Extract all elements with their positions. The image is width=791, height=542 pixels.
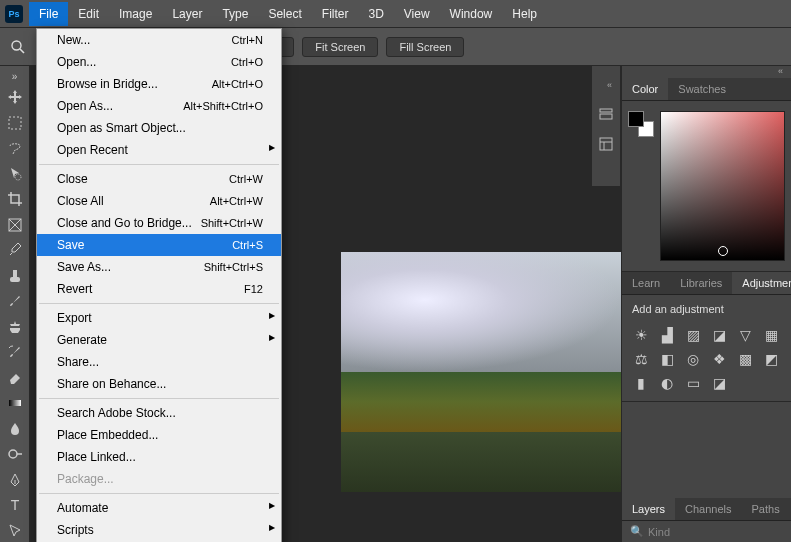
menu-item-automate[interactable]: Automate xyxy=(37,497,281,519)
menubar-item-edit[interactable]: Edit xyxy=(68,2,109,26)
menubar-item-window[interactable]: Window xyxy=(440,2,503,26)
layer-filter-label[interactable]: Kind xyxy=(648,526,670,538)
menubar-item-select[interactable]: Select xyxy=(258,2,311,26)
crop-tool-icon[interactable] xyxy=(3,188,27,211)
menubar-item-3d[interactable]: 3D xyxy=(358,2,393,26)
lookup-adjustment-icon[interactable]: ▩ xyxy=(736,351,754,367)
type-tool-icon[interactable]: T xyxy=(3,494,27,517)
lasso-tool-icon[interactable] xyxy=(3,137,27,160)
menubar-item-view[interactable]: View xyxy=(394,2,440,26)
menubar-item-filter[interactable]: Filter xyxy=(312,2,359,26)
menubar-item-help[interactable]: Help xyxy=(502,2,547,26)
tab-adjustments[interactable]: Adjustment xyxy=(732,272,791,294)
eyedropper-tool-icon[interactable] xyxy=(3,239,27,262)
brightness-adjustment-icon[interactable]: ☀ xyxy=(632,327,650,343)
menu-item-generate[interactable]: Generate xyxy=(37,329,281,351)
threshold-adjustment-icon[interactable]: ◐ xyxy=(658,375,676,391)
bw-adjustment-icon[interactable]: ◧ xyxy=(658,351,676,367)
menu-item-new[interactable]: New...Ctrl+N xyxy=(37,29,281,51)
gradient-map-adjustment-icon[interactable]: ▭ xyxy=(684,375,702,391)
quick-select-tool-icon[interactable] xyxy=(3,163,27,186)
photo-filter-adjustment-icon[interactable]: ◎ xyxy=(684,351,702,367)
toolbox-collapse-icon[interactable]: » xyxy=(3,70,27,83)
menu-item-share[interactable]: Share... xyxy=(37,351,281,373)
exposure-adjustment-icon[interactable]: ◪ xyxy=(710,327,728,343)
menu-item-browse-in-bridge[interactable]: Browse in Bridge...Alt+Ctrl+O xyxy=(37,73,281,95)
document-image[interactable] xyxy=(341,252,621,492)
collapsed-panel-strip: « xyxy=(591,66,621,186)
adjustments-panel: Learn Libraries Adjustment Add an adjust… xyxy=(622,272,791,402)
color-panel: Color Swatches xyxy=(622,78,791,272)
tab-color[interactable]: Color xyxy=(622,78,668,100)
pen-tool-icon[interactable] xyxy=(3,469,27,492)
menu-item-share-on-behance[interactable]: Share on Behance... xyxy=(37,373,281,395)
fg-bg-swatch[interactable] xyxy=(628,111,654,137)
healing-brush-tool-icon[interactable] xyxy=(3,265,27,288)
menu-item-close[interactable]: CloseCtrl+W xyxy=(37,168,281,190)
svg-rect-2 xyxy=(9,117,21,129)
right-panels: « Color Swatches Learn Libraries Adjustm… xyxy=(621,66,791,542)
curves-adjustment-icon[interactable]: ▨ xyxy=(684,327,702,343)
marquee-tool-icon[interactable] xyxy=(3,112,27,135)
selective-color-adjustment-icon[interactable]: ◪ xyxy=(710,375,728,391)
dodge-tool-icon[interactable] xyxy=(3,443,27,466)
color-field[interactable] xyxy=(660,111,785,261)
svg-rect-15 xyxy=(600,138,612,150)
tab-libraries[interactable]: Libraries xyxy=(670,272,732,294)
search-icon: 🔍 xyxy=(630,525,644,538)
properties-panel-icon[interactable] xyxy=(598,136,614,152)
invert-adjustment-icon[interactable]: ◩ xyxy=(762,351,780,367)
frame-tool-icon[interactable] xyxy=(3,214,27,237)
history-brush-tool-icon[interactable] xyxy=(3,341,27,364)
history-panel-icon[interactable] xyxy=(598,106,614,122)
svg-rect-13 xyxy=(600,109,612,112)
menubar-item-image[interactable]: Image xyxy=(109,2,162,26)
menu-item-save-as[interactable]: Save As...Shift+Ctrl+S xyxy=(37,256,281,278)
levels-adjustment-icon[interactable]: ▟ xyxy=(658,327,676,343)
menubar-item-type[interactable]: Type xyxy=(212,2,258,26)
menu-item-close-all[interactable]: Close AllAlt+Ctrl+W xyxy=(37,190,281,212)
menu-item-open-recent[interactable]: Open Recent xyxy=(37,139,281,161)
path-select-tool-icon[interactable] xyxy=(3,520,27,542)
menu-item-open-as[interactable]: Open As...Alt+Shift+Ctrl+O xyxy=(37,95,281,117)
svg-rect-9 xyxy=(9,400,21,406)
tab-layers[interactable]: Layers xyxy=(622,498,675,520)
menu-item-open-as-smart-object[interactable]: Open as Smart Object... xyxy=(37,117,281,139)
svg-line-1 xyxy=(20,49,24,53)
layers-panel: Layers Channels Paths 🔍 Kind xyxy=(622,498,791,542)
menu-item-export[interactable]: Export xyxy=(37,307,281,329)
tab-paths[interactable]: Paths xyxy=(742,498,790,520)
brush-tool-icon[interactable] xyxy=(3,290,27,313)
posterize-adjustment-icon[interactable]: ▮ xyxy=(632,375,650,391)
eraser-tool-icon[interactable] xyxy=(3,367,27,390)
fill-screen-button[interactable]: Fill Screen xyxy=(386,37,464,57)
clone-stamp-tool-icon[interactable] xyxy=(3,316,27,339)
menu-item-place-embedded[interactable]: Place Embedded... xyxy=(37,424,281,446)
hue-adjustment-icon[interactable]: ▦ xyxy=(762,327,780,343)
menu-item-revert[interactable]: RevertF12 xyxy=(37,278,281,300)
menu-item-save[interactable]: SaveCtrl+S xyxy=(37,234,281,256)
channel-mixer-adjustment-icon[interactable]: ❖ xyxy=(710,351,728,367)
zoom-tool-icon[interactable] xyxy=(10,39,34,55)
blur-tool-icon[interactable] xyxy=(3,418,27,441)
tab-learn[interactable]: Learn xyxy=(622,272,670,294)
menu-item-open[interactable]: Open...Ctrl+O xyxy=(37,51,281,73)
vibrance-adjustment-icon[interactable]: ▽ xyxy=(736,327,754,343)
menu-item-close-and-go-to-bridge[interactable]: Close and Go to Bridge...Shift+Ctrl+W xyxy=(37,212,281,234)
menubar-item-file[interactable]: File xyxy=(29,2,68,26)
menu-item-place-linked[interactable]: Place Linked... xyxy=(37,446,281,468)
balance-adjustment-icon[interactable]: ⚖ xyxy=(632,351,650,367)
tab-swatches[interactable]: Swatches xyxy=(668,78,736,100)
menu-item-search-adobe-stock[interactable]: Search Adobe Stock... xyxy=(37,402,281,424)
move-tool-icon[interactable] xyxy=(3,86,27,109)
gradient-tool-icon[interactable] xyxy=(3,392,27,415)
adjustments-title: Add an adjustment xyxy=(622,295,791,323)
menu-item-scripts[interactable]: Scripts xyxy=(37,519,281,541)
svg-text:T: T xyxy=(10,497,19,513)
fit-screen-button[interactable]: Fit Screen xyxy=(302,37,378,57)
panel-collapse-icon[interactable]: « xyxy=(592,80,620,92)
tab-channels[interactable]: Channels xyxy=(675,498,741,520)
menubar-item-layer[interactable]: Layer xyxy=(162,2,212,26)
right-panel-collapse-icon[interactable]: « xyxy=(622,66,791,78)
svg-point-0 xyxy=(12,41,21,50)
